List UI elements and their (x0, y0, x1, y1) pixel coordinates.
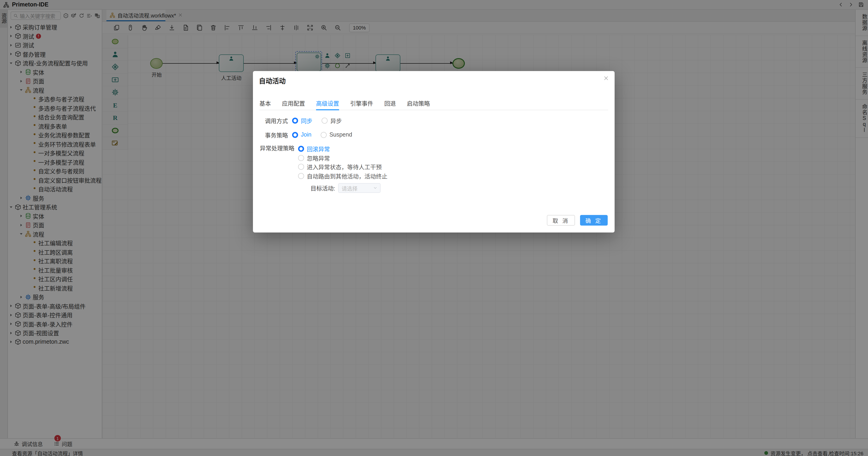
dialog-tab[interactable]: 启动策略 (407, 99, 430, 110)
target-activity-label: 目标活动: (311, 183, 335, 192)
radio-icon[interactable] (321, 132, 327, 138)
target-activity-select[interactable]: 请选择 (338, 183, 381, 193)
radio-option[interactable]: Join (292, 132, 311, 138)
exception-policy-options: 回滚异常忽略异常进入异常状态，等待人工干预自动路由到其他活动，活动终止 (298, 144, 388, 180)
radio-option[interactable]: 进入异常状态，等待人工干预 (298, 162, 388, 171)
radio-option[interactable]: 同步 (292, 116, 312, 125)
radio-icon[interactable] (292, 132, 298, 138)
primeton-ide-window: Primeton-IDE 资源 输入关键字搜索 AIEn文 采购订单管理测试!测… (0, 0, 868, 456)
tx-policy-row: 事务策略 JoinSuspend (253, 130, 615, 139)
dialog-tab[interactable]: 高级设置 (316, 99, 339, 110)
radio-label: 同步 (301, 116, 312, 125)
radio-option[interactable]: 异步 (321, 116, 342, 125)
call-mode-options: 同步异步 (292, 116, 342, 125)
radio-label: Suspend (330, 132, 352, 138)
dialog-tab[interactable]: 引擎事件 (350, 99, 373, 110)
radio-icon[interactable] (321, 117, 328, 123)
radio-label: 回滚异常 (307, 145, 330, 153)
radio-label: 自动路由到其他活动，活动终止 (307, 172, 388, 180)
radio-option[interactable]: Suspend (321, 132, 352, 138)
tx-policy-label: 事务策略 (253, 130, 288, 139)
exception-policy-row: 异常处理策略 回滚异常忽略异常进入异常状态，等待人工干预自动路由到其他活动，活动… (253, 144, 615, 193)
radio-option[interactable]: 回滚异常 (298, 144, 388, 153)
ok-button[interactable]: 确 定 (580, 215, 608, 226)
dialog-body: 调用方式 同步异步 事务策略 JoinSuspend 异常处理策略 回滚异常忽略… (253, 116, 615, 193)
radio-icon[interactable] (292, 117, 298, 123)
auto-activity-dialog: 自动活动 基本应用配置高级设置引擎事件回退启动策略 调用方式 同步异步 事务策略… (253, 71, 615, 232)
radio-label: 忽略异常 (307, 153, 330, 162)
chevron-down-icon (373, 186, 378, 190)
radio-label: 异步 (330, 116, 342, 125)
call-mode-label: 调用方式 (253, 116, 288, 125)
radio-option[interactable]: 忽略异常 (298, 153, 388, 162)
dialog-tab[interactable]: 应用配置 (282, 99, 305, 110)
radio-option[interactable]: 自动路由到其他活动，活动终止 (298, 171, 388, 180)
target-activity-row: 目标活动: 请选择 (311, 183, 388, 193)
dialog-title: 自动活动 (259, 76, 286, 85)
dialog-tab[interactable]: 回退 (384, 99, 396, 110)
call-mode-row: 调用方式 同步异步 (253, 116, 615, 125)
radio-icon[interactable] (298, 146, 304, 152)
dialog-tabs: 基本应用配置高级设置引擎事件回退启动策略 (259, 99, 608, 110)
cancel-button[interactable]: 取 消 (547, 215, 575, 226)
radio-icon[interactable] (298, 155, 304, 161)
tx-policy-options: JoinSuspend (292, 132, 352, 138)
dialog-tab[interactable]: 基本 (259, 99, 271, 110)
exception-policy-label: 异常处理策略 (253, 144, 294, 153)
radio-icon[interactable] (298, 173, 304, 179)
dialog-close-icon[interactable] (603, 76, 609, 81)
dialog-footer: 取 消 确 定 (547, 215, 608, 226)
select-placeholder: 请选择 (342, 184, 372, 192)
radio-label: Join (301, 132, 311, 138)
radio-icon[interactable] (298, 164, 304, 170)
radio-label: 进入异常状态，等待人工干预 (307, 163, 382, 171)
